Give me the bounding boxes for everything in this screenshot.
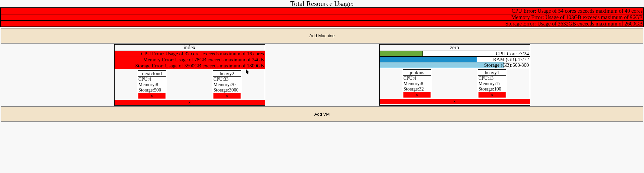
vm-list: nextcloudCPU:4Memory:8Storage:500xheavy2… (115, 69, 265, 100)
global-error-row: Storage Error: Usage of 3632GB exceeds m… (0, 20, 644, 27)
resource-bar: CPU Cores:7/24 (380, 51, 530, 57)
add-machine-button[interactable]: Add Machine (1, 28, 643, 44)
vm-card: nextcloudCPU:4Memory:8Storage:500x (138, 70, 166, 99)
resource-bar-fill (380, 51, 423, 56)
machine-error-row: Memory Error: Usage of 78GB exceeds maxi… (115, 57, 265, 63)
vm-cpu: CPU:4 (138, 77, 166, 82)
vm-card: heavy1CPU:13Memory:17Storage:100x (478, 69, 506, 98)
vm-cpu: CPU:4 (403, 76, 431, 81)
resource-bar-label: Storage (GB):668/800 (484, 62, 529, 68)
resource-bar: Storage (GB):668/800 (380, 62, 530, 68)
vm-storage: Storage:100 (478, 86, 506, 92)
global-error-block: CPU Error: Usage of 54 cores exceeds max… (0, 7, 644, 27)
machine-name[interactable]: index (115, 45, 265, 51)
vm-name[interactable]: heavy2 (213, 71, 241, 77)
resource-bar-label: RAM (GB):47/72 (493, 57, 529, 62)
machine-delete-button[interactable]: x (115, 100, 265, 105)
vm-card: heavy2CPU:33Memory:70Storage:3000x (213, 70, 241, 99)
vm-name[interactable]: jenkins (403, 70, 431, 76)
global-error-row: Memory Error: Usage of 103GB exceeds max… (0, 14, 644, 20)
resource-bar: RAM (GB):47/72 (380, 57, 530, 62)
vm-storage: Storage:500 (138, 88, 166, 93)
vm-delete-button[interactable]: x (213, 93, 241, 99)
vm-memory: Memory:8 (403, 81, 431, 86)
vm-memory: Memory:70 (213, 82, 241, 88)
machine-panel: zeroCPU Cores:7/24RAM (GB):47/72Storage … (379, 44, 530, 106)
vm-list: jenkinsCPU:4Memory:8Storage:32xheavy1CPU… (380, 68, 530, 99)
machine-panel: indexCPU Error: Usage of 37 cores exceed… (114, 44, 265, 106)
global-error-row: CPU Error: Usage of 54 cores exceeds max… (0, 8, 644, 14)
add-vm-button[interactable]: Add VM (1, 106, 643, 122)
vm-delete-button[interactable]: x (138, 93, 166, 99)
resource-bar-label: CPU Cores:7/24 (496, 51, 529, 56)
vm-storage: Storage:32 (403, 86, 431, 92)
vm-cpu: CPU:13 (478, 76, 506, 81)
vm-storage: Storage:3000 (213, 88, 241, 93)
vm-delete-button[interactable]: x (478, 92, 506, 98)
vm-memory: Memory:17 (478, 81, 506, 86)
page-title: Total Resource Usage: (0, 0, 644, 7)
resource-bar-fill (380, 57, 477, 62)
machine-delete-button[interactable]: x (380, 99, 530, 104)
machine-error-row: CPU Error: Usage of 37 cores exceeds max… (115, 51, 265, 57)
vm-memory: Memory:8 (138, 82, 166, 88)
vm-delete-button[interactable]: x (403, 92, 431, 98)
vm-cpu: CPU:33 (213, 77, 241, 82)
vm-card: jenkinsCPU:4Memory:8Storage:32x (403, 69, 431, 98)
vm-name[interactable]: nextcloud (138, 71, 166, 77)
vm-name[interactable]: heavy1 (478, 70, 506, 76)
machine-name[interactable]: zero (380, 45, 530, 51)
machine-error-row: Storage Error: Usage of 3500GB exceeds m… (115, 63, 265, 69)
